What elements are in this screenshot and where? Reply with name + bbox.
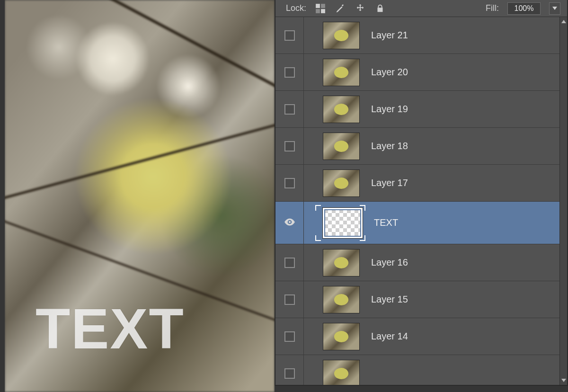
layers-panel: Lock: Fill: Layer 21Layer 20Layer 19Laye… [275, 0, 568, 386]
layer-visibility-toggle[interactable] [275, 202, 304, 244]
scroll-up-icon[interactable] [561, 20, 566, 23]
lock-all-icon[interactable] [374, 3, 386, 14]
selection-corner [315, 205, 321, 211]
layer-visibility-toggle[interactable] [275, 165, 304, 201]
svg-rect-0 [316, 4, 320, 8]
layer-row[interactable]: Layer 17 [275, 165, 567, 202]
visibility-checkbox[interactable] [284, 104, 295, 115]
visibility-checkbox[interactable] [284, 178, 295, 188]
layer-row[interactable]: Layer 19 [275, 91, 567, 128]
fill-input[interactable] [507, 2, 541, 15]
photo-thumb [323, 22, 360, 49]
eye-icon [284, 216, 296, 230]
layer-name[interactable]: Layer 21 [371, 30, 408, 41]
layer-visibility-toggle[interactable] [275, 244, 304, 281]
canvas-preview[interactable]: TEXT [5, 0, 275, 392]
layer-thumbnail[interactable] [318, 59, 360, 86]
photo-thumb [323, 323, 360, 350]
layer-visibility-toggle[interactable] [275, 54, 304, 90]
lock-brush-icon[interactable] [335, 3, 346, 14]
layer-thumbnail[interactable] [318, 22, 360, 49]
visibility-checkbox[interactable] [284, 258, 295, 268]
scroll-down-icon[interactable] [561, 379, 566, 382]
photo-thumb [323, 360, 360, 385]
visibility-checkbox[interactable] [284, 67, 295, 78]
svg-rect-1 [321, 4, 325, 8]
photo-thumb [323, 249, 360, 276]
transparent-thumb [323, 208, 363, 238]
photo-thumb [323, 133, 360, 160]
layer-row[interactable] [275, 355, 567, 385]
layer-row[interactable]: Layer 16 [275, 244, 567, 281]
chevron-down-icon [552, 7, 557, 10]
layer-thumbnail[interactable] [318, 323, 360, 350]
layer-row[interactable]: Layer 18 [275, 128, 567, 165]
layer-visibility-toggle[interactable] [275, 91, 304, 127]
layer-name[interactable]: Layer 18 [371, 141, 408, 151]
fill-dropdown-button[interactable] [549, 2, 560, 15]
fill-label: Fill: [486, 3, 499, 13]
layer-name[interactable]: TEXT [374, 217, 398, 228]
layer-row[interactable]: Layer 20 [275, 54, 567, 91]
visibility-checkbox[interactable] [284, 294, 295, 305]
layers-list: Layer 21Layer 20Layer 19Layer 18Layer 17… [275, 17, 567, 385]
layer-name[interactable]: Layer 17 [371, 178, 408, 188]
lock-transparent-icon[interactable] [315, 3, 326, 14]
photo-thumb [323, 169, 360, 197]
visibility-checkbox[interactable] [284, 30, 295, 41]
layer-thumbnail[interactable] [318, 208, 363, 238]
visibility-checkbox[interactable] [284, 368, 295, 379]
svg-rect-2 [316, 9, 320, 13]
visibility-checkbox[interactable] [284, 141, 295, 151]
lock-move-icon[interactable] [355, 3, 366, 14]
lock-label: Lock: [286, 3, 306, 13]
layer-visibility-toggle[interactable] [275, 355, 304, 385]
selection-corner [360, 205, 365, 211]
layer-name[interactable]: Layer 16 [371, 257, 408, 268]
visibility-checkbox[interactable] [284, 331, 295, 342]
layer-row[interactable]: Layer 21 [275, 17, 567, 54]
layer-visibility-toggle[interactable] [275, 17, 304, 53]
layer-name[interactable]: Layer 19 [371, 104, 408, 115]
photo-thumb [323, 286, 360, 313]
layer-name[interactable]: Layer 20 [371, 67, 408, 78]
layer-thumbnail[interactable] [318, 96, 360, 123]
layer-row[interactable]: Layer 14 [275, 318, 567, 355]
selection-corner [315, 235, 321, 241]
layer-thumbnail[interactable] [318, 360, 360, 385]
canvas-text-overlay: TEXT [36, 296, 185, 361]
photo-thumb [323, 59, 360, 86]
layer-visibility-toggle[interactable] [275, 318, 304, 355]
layer-row[interactable]: TEXT [275, 202, 567, 244]
lock-bar: Lock: Fill: [275, 0, 567, 17]
layers-scrollbar[interactable] [559, 17, 567, 385]
svg-rect-3 [321, 9, 325, 13]
layer-visibility-toggle[interactable] [275, 281, 304, 318]
layer-name[interactable]: Layer 15 [371, 294, 408, 305]
photo-thumb [323, 96, 360, 123]
layer-row[interactable]: Layer 15 [275, 281, 567, 318]
layer-thumbnail[interactable] [318, 286, 360, 313]
layer-visibility-toggle[interactable] [275, 128, 304, 164]
layer-thumbnail[interactable] [318, 169, 360, 197]
layer-thumbnail[interactable] [318, 133, 360, 160]
layer-thumbnail[interactable] [318, 249, 360, 276]
layer-name[interactable]: Layer 14 [371, 331, 408, 342]
selection-corner [360, 235, 365, 241]
